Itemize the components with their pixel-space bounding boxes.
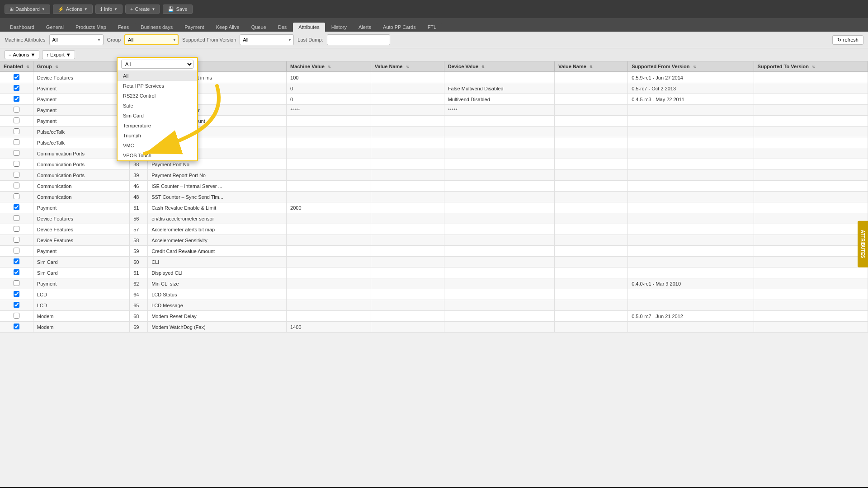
enabled-cell[interactable]: [0, 192, 33, 202]
enabled-checkbox[interactable]: [14, 150, 19, 156]
nav-tab-payment[interactable]: Payment: [179, 23, 209, 32]
enabled-checkbox[interactable]: [14, 302, 19, 308]
enabled-checkbox[interactable]: [14, 313, 19, 319]
create-btn[interactable]: + Create ▼: [125, 5, 160, 14]
nav-tab-products-map[interactable]: Products Map: [70, 23, 112, 32]
enabled-checkbox[interactable]: [14, 269, 19, 275]
enabled-cell[interactable]: [0, 94, 33, 105]
dropdown-item-temperature[interactable]: Temperature: [118, 121, 197, 131]
nav-tab-des[interactable]: Des: [273, 23, 292, 32]
enabled-cell[interactable]: [0, 289, 33, 300]
col-supported-to[interactable]: Supported To Version ⇅: [754, 61, 868, 72]
enabled-cell[interactable]: [0, 105, 33, 116]
dropdown-search[interactable]: All: [121, 60, 193, 69]
last-dump-input[interactable]: [327, 34, 390, 45]
nav-tab-ftl[interactable]: FTL: [422, 23, 442, 32]
enabled-checkbox[interactable]: [14, 96, 19, 102]
dropdown-item-sim-card[interactable]: Sim Card: [118, 111, 197, 121]
dropdown-item-safe[interactable]: Safe: [118, 101, 197, 111]
nav-tab-dashboard[interactable]: Dashboard: [5, 23, 40, 32]
nav-tab-keep-alive[interactable]: Keep Alive: [211, 23, 245, 32]
dashboard-btn[interactable]: ⊞ Dashboard ▼: [5, 5, 50, 14]
enabled-checkbox[interactable]: [14, 117, 19, 123]
nav-tab-general[interactable]: General: [41, 23, 69, 32]
table-row: Sim Card 61 Displayed CLI: [0, 267, 868, 278]
enabled-cell[interactable]: [0, 181, 33, 192]
enabled-cell[interactable]: [0, 311, 33, 322]
enabled-cell[interactable]: [0, 137, 33, 148]
enabled-cell[interactable]: [0, 322, 33, 333]
group-select[interactable]: All: [124, 34, 179, 45]
refresh-btn[interactable]: ↻ refresh: [832, 35, 863, 45]
col-enabled[interactable]: Enabled ⇅: [0, 61, 33, 72]
value-name1-cell: [371, 192, 444, 202]
enabled-cell[interactable]: [0, 72, 33, 83]
supported-to-cell: [754, 267, 868, 278]
dropdown-item-triumph[interactable]: Triumph: [118, 131, 197, 141]
col-value-name1[interactable]: Value Name ⇅: [371, 61, 444, 72]
enabled-checkbox[interactable]: [14, 280, 19, 286]
info-btn[interactable]: ℹ Info ▼: [95, 5, 123, 14]
nav-tab-history[interactable]: History: [326, 23, 352, 32]
value-name1-cell: [371, 159, 444, 170]
enabled-cell[interactable]: [0, 159, 33, 170]
enabled-checkbox[interactable]: [14, 215, 19, 221]
dropdown-item-vmc[interactable]: VMC: [118, 141, 197, 150]
group-cell: Communication: [33, 192, 129, 202]
enabled-cell[interactable]: [0, 246, 33, 257]
enabled-cell[interactable]: [0, 202, 33, 213]
enabled-cell[interactable]: [0, 224, 33, 235]
right-sidebar-handle[interactable]: ATTRIBUTES: [858, 221, 868, 267]
col-supported-from[interactable]: Supported From Version ⇅: [628, 61, 754, 72]
nav-tab-auto-pp-cards[interactable]: Auto PP Cards: [377, 23, 421, 32]
col-value-name2[interactable]: Value Name ⇅: [555, 61, 628, 72]
enabled-checkbox[interactable]: [14, 193, 19, 199]
dropdown-item-retail-pp-services[interactable]: Retail PP Services: [118, 81, 197, 91]
enabled-cell[interactable]: [0, 148, 33, 159]
enabled-checkbox[interactable]: [14, 74, 19, 80]
nav-tab-attributes[interactable]: Attributes: [293, 23, 325, 32]
supported-from-select[interactable]: All: [240, 34, 294, 45]
enabled-checkbox[interactable]: [14, 237, 19, 243]
enabled-cell[interactable]: [0, 278, 33, 289]
enabled-checkbox[interactable]: [14, 183, 19, 188]
enabled-checkbox[interactable]: [14, 128, 19, 134]
enabled-cell[interactable]: [0, 213, 33, 224]
enabled-checkbox[interactable]: [14, 324, 19, 329]
enabled-checkbox[interactable]: [14, 172, 19, 178]
enabled-checkbox[interactable]: [14, 204, 19, 210]
supported-to-cell: [754, 83, 868, 94]
enabled-cell[interactable]: [0, 127, 33, 137]
col-device-value[interactable]: Device Value ⇅: [444, 61, 554, 72]
enabled-cell[interactable]: [0, 116, 33, 127]
enabled-checkbox[interactable]: [14, 139, 19, 145]
nav-tab-business-days[interactable]: Business days: [135, 23, 178, 32]
nav-tab-fees[interactable]: Fees: [113, 23, 134, 32]
machine-attributes-select[interactable]: All: [49, 34, 104, 45]
enabled-checkbox[interactable]: [14, 226, 19, 232]
enabled-checkbox[interactable]: [14, 107, 19, 113]
enabled-cell[interactable]: [0, 300, 33, 311]
toolbar-export-btn[interactable]: ↑ Export ▼: [42, 50, 75, 59]
col-machine-value[interactable]: Machine Value ⇅: [287, 61, 371, 72]
nav-tab-alerts[interactable]: Alerts: [353, 23, 377, 32]
actions-btn[interactable]: ⚡ Actions ▼: [53, 5, 93, 14]
toolbar-actions-btn[interactable]: ≡ Actions ▼: [5, 50, 39, 59]
enabled-checkbox[interactable]: [14, 248, 19, 253]
enabled-cell[interactable]: [0, 257, 33, 267]
nav-tab-queue[interactable]: Queue: [246, 23, 272, 32]
col-group[interactable]: Group ⇅: [33, 61, 129, 72]
enabled-cell[interactable]: [0, 83, 33, 94]
attribute-name-cell: ISE Counter – Internal Server ...: [148, 181, 287, 192]
save-btn[interactable]: 💾 Save: [163, 5, 192, 14]
enabled-cell[interactable]: [0, 170, 33, 181]
enabled-cell[interactable]: [0, 267, 33, 278]
dropdown-item-all[interactable]: All: [118, 71, 197, 81]
enabled-checkbox[interactable]: [14, 258, 19, 264]
dropdown-item-vpos-touch[interactable]: VPOS Touch: [118, 150, 197, 160]
enabled-checkbox[interactable]: [14, 85, 19, 91]
enabled-checkbox[interactable]: [14, 161, 19, 167]
enabled-cell[interactable]: [0, 235, 33, 246]
dropdown-item-rs232-control[interactable]: RS232 Control: [118, 91, 197, 101]
enabled-checkbox[interactable]: [14, 291, 19, 297]
